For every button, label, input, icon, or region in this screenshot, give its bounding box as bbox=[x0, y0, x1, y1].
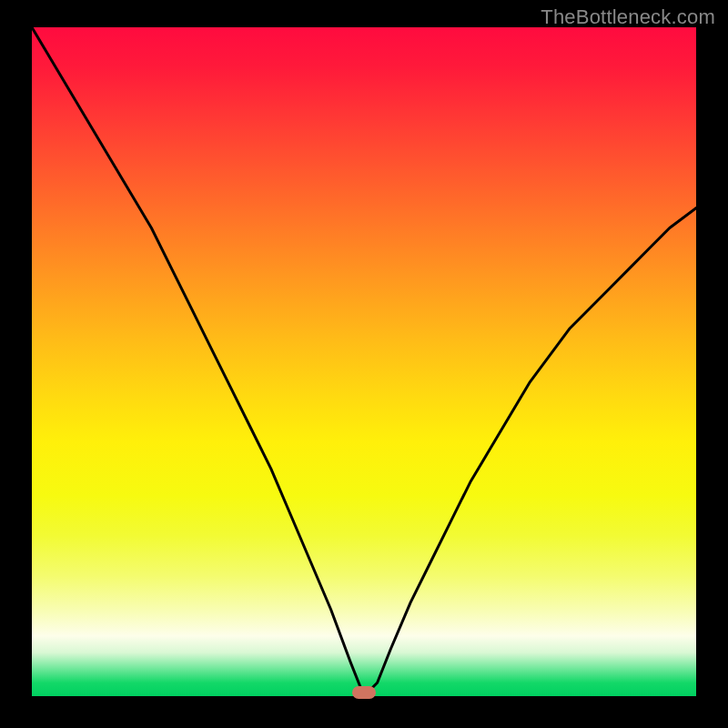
chart-frame: TheBottleneck.com bbox=[0, 0, 728, 728]
plot-area bbox=[32, 27, 696, 696]
balance-marker bbox=[352, 686, 376, 699]
watermark-text: TheBottleneck.com bbox=[541, 5, 715, 29]
curve-path bbox=[32, 27, 696, 696]
bottleneck-curve bbox=[32, 27, 696, 696]
